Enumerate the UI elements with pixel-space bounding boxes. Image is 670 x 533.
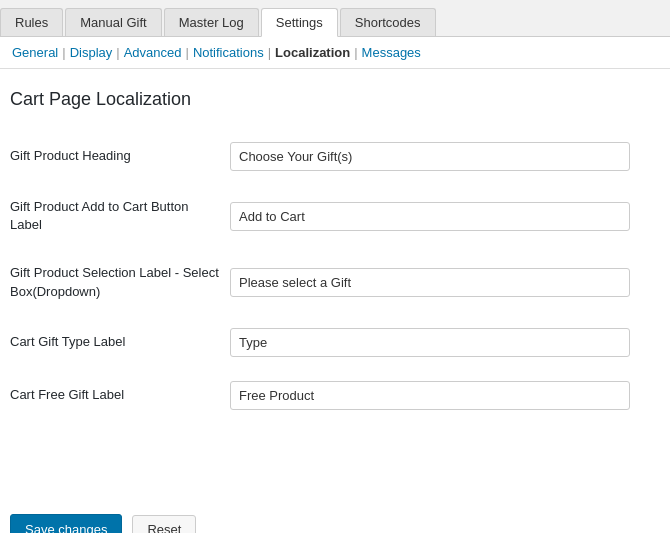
field-input-gift-product-heading[interactable]	[230, 142, 630, 171]
form-table: Gift Product HeadingGift Product Add to …	[10, 130, 650, 422]
content-area: Cart Page Localization Gift Product Head…	[0, 69, 670, 499]
field-input-cart-gift-type-label[interactable]	[230, 328, 630, 357]
field-label-gift-product-heading: Gift Product Heading	[10, 130, 230, 183]
field-label-gift-product-selection-label: Gift Product Selection Label - Select Bo…	[10, 249, 230, 315]
subnav-sep-1: |	[62, 45, 65, 60]
sub-nav: General|Display|Advanced|Notifications|L…	[0, 37, 670, 69]
form-row-cart-gift-type-label: Cart Gift Type Label	[10, 316, 650, 369]
field-input-gift-product-selection-label[interactable]	[230, 268, 630, 297]
field-label-gift-product-add-to-cart-button-label: Gift Product Add to Cart Button Label	[10, 183, 230, 249]
reset-button[interactable]: Reset	[132, 515, 196, 533]
tab-master-log[interactable]: Master Log	[164, 8, 259, 36]
field-input-gift-product-add-to-cart-button-label[interactable]	[230, 202, 630, 231]
subnav-sep-5: |	[354, 45, 357, 60]
tab-bar: RulesManual GiftMaster LogSettingsShortc…	[0, 0, 670, 37]
subnav-sep-4: |	[268, 45, 271, 60]
subnav-sep-2: |	[116, 45, 119, 60]
tab-manual-gift[interactable]: Manual Gift	[65, 8, 161, 36]
form-row-gift-product-selection-label: Gift Product Selection Label - Select Bo…	[10, 249, 650, 315]
field-label-cart-free-gift-label: Cart Free Gift Label	[10, 369, 230, 422]
form-row-cart-free-gift-label: Cart Free Gift Label	[10, 369, 650, 422]
tab-settings[interactable]: Settings	[261, 8, 338, 37]
form-row-gift-product-heading: Gift Product Heading	[10, 130, 650, 183]
field-input-cart-free-gift-label[interactable]	[230, 381, 630, 410]
subnav-item-messages[interactable]: Messages	[362, 45, 421, 60]
subnav-item-advanced[interactable]: Advanced	[124, 45, 182, 60]
save-button[interactable]: Save changes	[10, 514, 122, 533]
page-title: Cart Page Localization	[10, 89, 650, 110]
subnav-item-general[interactable]: General	[12, 45, 58, 60]
subnav-item-localization: Localization	[275, 45, 350, 60]
tab-rules[interactable]: Rules	[0, 8, 63, 36]
tab-shortcodes[interactable]: Shortcodes	[340, 8, 436, 36]
field-label-cart-gift-type-label: Cart Gift Type Label	[10, 316, 230, 369]
footer-actions: Save changes Reset	[0, 499, 670, 533]
subnav-item-notifications[interactable]: Notifications	[193, 45, 264, 60]
subnav-sep-3: |	[185, 45, 188, 60]
subnav-item-display[interactable]: Display	[70, 45, 113, 60]
form-row-gift-product-add-to-cart-button-label: Gift Product Add to Cart Button Label	[10, 183, 650, 249]
